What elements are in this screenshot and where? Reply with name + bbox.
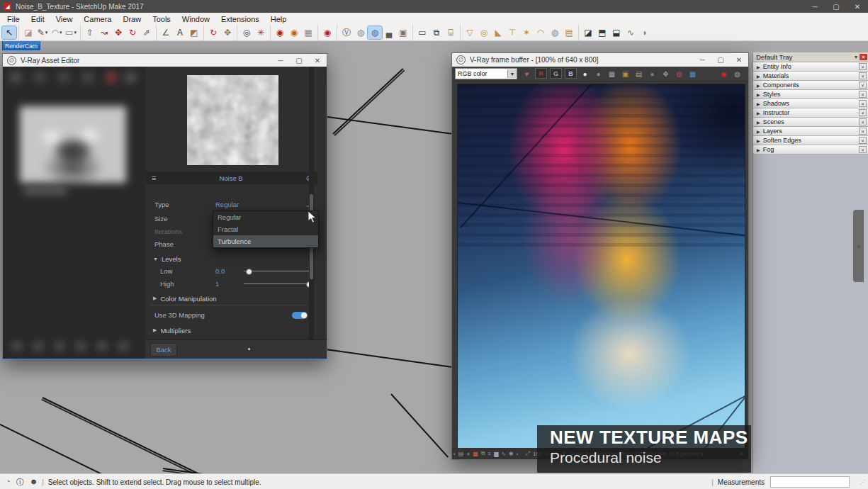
sign-in-icon[interactable]: ☻ <box>30 477 38 488</box>
tray-panel-materials[interactable]: ▶Materials✕ <box>753 72 868 81</box>
app-minimize-button[interactable]: ─ <box>804 0 825 13</box>
app-maximize-button[interactable]: ▢ <box>825 0 847 13</box>
interactive-render-teapot-icon[interactable]: ◍ <box>368 26 382 39</box>
panel-close-button[interactable]: ✕ <box>859 100 867 107</box>
tray-close-button[interactable]: ✕ <box>859 54 867 60</box>
vray-ies-light-icon[interactable]: ⊤ <box>505 26 519 39</box>
render-last-icon[interactable]: ◍ <box>731 68 744 79</box>
type-value[interactable]: Regular <box>215 201 239 208</box>
frame-buffer-titlebar[interactable]: ∅ V-Ray frame buffer - [100% of 640 x 80… <box>452 53 748 67</box>
zoom-tool-icon[interactable]: ◎ <box>239 26 254 39</box>
menu-file[interactable]: File <box>1 13 26 25</box>
vray-dome-light-icon[interactable]: ◠ <box>534 26 548 39</box>
load-image-icon[interactable]: ▣ <box>619 68 632 79</box>
vray-omni-light-icon[interactable]: ✶ <box>519 26 534 39</box>
pin-icon[interactable]: ▾ <box>855 54 857 60</box>
follow-me-tool-icon[interactable]: ↝ <box>97 26 111 39</box>
type-option-regular[interactable]: Regular <box>213 211 318 223</box>
tray-panel-scenes[interactable]: ▶Scenes✕ <box>753 118 868 127</box>
vray-rect-light-icon[interactable]: ▤ <box>562 26 576 39</box>
frame-buffer-maximize-button[interactable]: ▢ <box>711 54 730 67</box>
vray-proxy-import-icon[interactable]: ⬓ <box>609 26 624 39</box>
curve-status-icon[interactable]: ∿ <box>500 450 507 457</box>
rendered-image[interactable] <box>457 84 745 449</box>
panel-close-button[interactable]: ✕ <box>859 137 867 144</box>
alpha-channel-icon[interactable]: ● <box>578 68 592 79</box>
red-channel-icon[interactable]: R <box>535 68 547 79</box>
panel-close-button[interactable]: ✕ <box>859 72 867 79</box>
track-mouse-render-icon[interactable]: ● <box>646 68 659 79</box>
tray-panel-entity-info[interactable]: ▶Entity Info✕ <box>753 62 868 72</box>
tray-panel-components[interactable]: ▶Components✕ <box>753 81 868 90</box>
vray-sphere-light-icon[interactable]: ◎ <box>477 26 491 39</box>
asset-editor-close-button[interactable]: ✕ <box>308 54 327 67</box>
panel-close-button[interactable]: ✕ <box>859 146 867 153</box>
viewport-render-icon[interactable]: ▄ <box>382 26 396 39</box>
vray-render-interactive-icon[interactable]: ◉ <box>287 26 301 39</box>
dimension-tool-icon[interactable]: A <box>173 26 187 39</box>
color-range-icon[interactable]: ▩ <box>471 450 480 457</box>
select-tool-icon[interactable]: ↖ <box>2 26 16 39</box>
viewport-render-region-icon[interactable]: ▣ <box>396 26 410 39</box>
measurements-input[interactable] <box>770 476 850 488</box>
vray-sphere-icon[interactable]: ◍ <box>548 26 562 39</box>
region-render-icon[interactable]: ◍ <box>672 68 686 79</box>
credits-icon[interactable]: ⓘ <box>16 477 24 488</box>
vray-batch-render-icon[interactable]: ▦ <box>301 26 315 39</box>
multipliers-section-header[interactable]: ▶ Multipliers <box>146 325 317 336</box>
menu-camera[interactable]: Camera <box>78 13 117 25</box>
zoom-extents-tool-icon[interactable]: ✳ <box>254 26 268 39</box>
orbit-tool-icon[interactable]: ↻ <box>206 26 220 39</box>
pan-tool-icon[interactable]: ✥ <box>220 26 235 39</box>
back-button[interactable]: Back <box>150 343 177 356</box>
menu-edit[interactable]: Edit <box>26 13 50 25</box>
tray-panel-soften-edges[interactable]: ▶Soften Edges✕ <box>753 136 868 145</box>
save-all-status-icon[interactable]: ▤ <box>457 450 466 457</box>
push-pull-tool-icon[interactable]: ⇧ <box>83 26 97 39</box>
green-status-icon[interactable]: ▪ <box>515 450 520 457</box>
vray-render-last-icon[interactable]: ◉ <box>320 26 334 39</box>
tray-panel-instructor[interactable]: ▶Instructor✕ <box>753 108 868 118</box>
tray-panel-styles[interactable]: ▶Styles✕ <box>753 90 868 99</box>
high-slider[interactable] <box>244 281 312 287</box>
tray-panel-layers[interactable]: ▶Layers✕ <box>753 127 868 136</box>
vray-spot-light-icon[interactable]: ◣ <box>491 26 505 39</box>
channel-select[interactable]: RGB color ▼ <box>455 68 517 79</box>
levels-section-header[interactable]: ▼ Levels <box>146 253 317 264</box>
type-option-fractal[interactable]: Fractal <box>213 223 318 235</box>
menu-extensions[interactable]: Extensions <box>215 13 265 25</box>
zoom-fit-icon[interactable]: ⤢ <box>524 450 531 457</box>
material-preview-thumbnail[interactable] <box>20 106 126 183</box>
list-status-icon[interactable]: ≡ <box>487 450 493 457</box>
copy-to-clipboard-icon[interactable]: ▤ <box>632 68 646 79</box>
vray-fur-icon[interactable]: ∿ <box>624 26 638 39</box>
asset-editor-maximize-button[interactable]: ▢ <box>290 54 308 67</box>
asset-list-pane[interactable] <box>3 67 145 359</box>
menu-tools[interactable]: Tools <box>147 13 176 25</box>
eraser-tool-icon[interactable]: ◪ <box>21 26 35 39</box>
frame-buffer-close-button[interactable]: ✕ <box>730 54 748 67</box>
pan-image-icon[interactable]: ✥ <box>659 68 672 79</box>
save-status-icon[interactable]: ▪ <box>452 450 457 457</box>
low-slider[interactable] <box>244 268 312 274</box>
line-tool-caret-icon[interactable]: ▾ <box>45 30 48 35</box>
panel-close-button[interactable]: ✕ <box>859 82 867 89</box>
panel-close-button[interactable]: ✕ <box>859 109 867 116</box>
menu-window[interactable]: Window <box>176 13 215 25</box>
save-image-icon[interactable]: ▦ <box>605 68 619 79</box>
asset-editor-titlebar[interactable]: ∅ V-Ray Asset Editor ─ ▢ ✕ <box>3 54 327 67</box>
low-value[interactable]: 0.0 <box>215 267 225 275</box>
dropdown-arrow-icon[interactable]: ▼ <box>507 69 517 78</box>
type-option-turbulence[interactable]: Turbulence <box>213 235 318 247</box>
panel-close-button[interactable]: ✕ <box>859 128 867 135</box>
panel-close-button[interactable]: ✕ <box>859 118 867 125</box>
resize-grip[interactable]: ⋰ <box>859 478 866 485</box>
default-tray-header[interactable]: Default Tray ▾ ✕ <box>753 52 868 62</box>
tape-measure-tool-icon[interactable]: ∠ <box>159 26 173 39</box>
infinite-plane-icon[interactable]: ▽ <box>463 26 477 39</box>
high-value[interactable]: 1 <box>215 280 219 288</box>
rotate-tool-icon[interactable]: ↻ <box>125 26 140 39</box>
rectangle-tool-caret-icon[interactable]: ▾ <box>74 30 77 35</box>
batch-render-window-icon[interactable]: ⧉ <box>429 26 444 39</box>
asset-editor-minimize-button[interactable]: ─ <box>271 54 290 67</box>
